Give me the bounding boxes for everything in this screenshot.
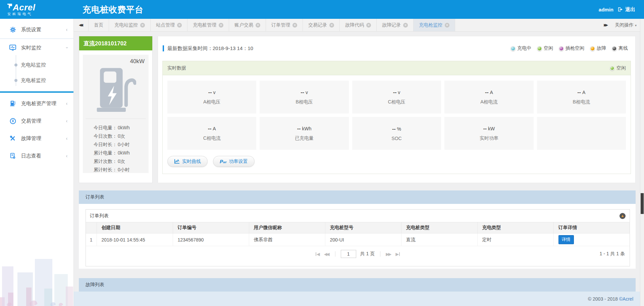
tab-close-icon[interactable]: ✕ xyxy=(445,23,449,28)
submenu-item-label: 充电站监控 xyxy=(21,62,46,68)
tab-label: 充电桩管理 xyxy=(193,22,216,28)
logout-button[interactable]: 退出 xyxy=(618,6,635,13)
main-area: ◀◀ 首页 充电站监控✕ 站点管理✕ 充电桩管理✕ 账户交易✕ 订单管理✕ 交易… xyxy=(74,19,644,306)
tab-close-icon[interactable]: ✕ xyxy=(140,23,145,28)
order-section-body: 订单列表 ▲ 创建日期 订单编号 用户微信昵称 充电桩型号 充电桩类型 充电 xyxy=(79,204,636,269)
tab-close-icon[interactable]: ✕ xyxy=(256,23,260,28)
collapse-panel-button[interactable]: ▲ xyxy=(620,213,626,219)
username: admin xyxy=(599,7,613,12)
chevron-left-icon: ‹ xyxy=(66,101,67,106)
prev-page-button[interactable]: ◀◀ xyxy=(324,252,330,257)
tab-order-management[interactable]: 订单管理✕ xyxy=(266,19,303,31)
power-setting-button[interactable]: Pwr 功率设置 xyxy=(213,156,255,167)
tab-close-icon[interactable]: ✕ xyxy=(403,23,408,28)
sidebar-item-transaction-mgmt[interactable]: ¥ 交易管理 ‹ xyxy=(0,112,73,130)
table-row: 1 2018-10-01 14:55:45 1234567890 佛系非酋 20… xyxy=(86,233,630,246)
tab-label: 订单管理 xyxy=(271,22,290,28)
tab-close-icon[interactable]: ✕ xyxy=(177,23,182,28)
sidebar-item-label: 故障管理 xyxy=(21,135,41,142)
tab-label: 故障记录 xyxy=(382,22,401,28)
monitor-icon xyxy=(9,45,17,51)
column-row-number xyxy=(86,222,97,233)
realtime-curve-button[interactable]: 实时曲线 xyxy=(167,156,208,167)
app-header: Acrel 安科瑞电气 充电桩收费平台 admin 退出 xyxy=(0,0,644,19)
sidebar-item-pile-monitor[interactable]: 充电桩监控 xyxy=(0,73,73,88)
divider xyxy=(335,251,335,257)
tab-transaction-records[interactable]: 交易记录✕ xyxy=(303,19,340,31)
tab-station-monitor[interactable]: 充电站监控✕ xyxy=(109,19,151,31)
tab-fault-records[interactable]: 故障记录✕ xyxy=(377,19,414,31)
sidebar-item-label: 日志查看 xyxy=(21,153,41,159)
chevron-left-icon: ‹ xyxy=(66,136,67,141)
cell-row-number: 1 xyxy=(86,233,97,246)
sidebar-item-realtime-monitor[interactable]: 实时监控 ‹ xyxy=(0,39,73,56)
tabs-scroll-right-button[interactable]: ▶▶ xyxy=(604,23,608,27)
tab-close-icon[interactable]: ✕ xyxy=(219,23,223,28)
sidebar-item-station-monitor[interactable]: 充电站监控 xyxy=(0,57,73,73)
total-pages-label: 共 1 页 xyxy=(360,251,375,257)
sidebar-item-log-view[interactable]: 日志查看 ‹ xyxy=(0,147,73,165)
caret-down-icon: ▾ xyxy=(635,24,637,27)
cell-pile-model: 200-UI xyxy=(325,233,401,246)
first-page-button[interactable]: ◀ xyxy=(315,252,320,257)
tab-label: 充电枪监控 xyxy=(419,22,442,28)
tab-close-icon[interactable]: ✕ xyxy=(329,23,334,28)
realtime-panel-title: 实时数据 xyxy=(167,65,186,71)
column-order-detail: 订单详情 xyxy=(553,222,630,233)
metric-phase-a-voltage: --vA相电压 xyxy=(167,81,256,114)
device-card-title: 直流2018101702 xyxy=(79,36,152,50)
fault-section-header: 故障列表 xyxy=(79,278,636,292)
cell-create-date: 2018-10-01 14:55:45 xyxy=(97,233,173,246)
tab-close-icon[interactable]: ✕ xyxy=(366,23,371,28)
tab-fault-codes[interactable]: 故障代码✕ xyxy=(340,19,377,31)
order-section-header: 订单列表 xyxy=(79,190,636,204)
sidebar-item-pile-assets[interactable]: 充电桩资产管理 ‹ xyxy=(0,95,73,112)
tab-account-transaction[interactable]: 账户交易✕ xyxy=(229,19,266,31)
next-page-button[interactable]: ▶▶ xyxy=(386,252,391,257)
legend-fault: 故障 xyxy=(590,45,606,51)
logout-icon xyxy=(618,7,623,12)
brand-logo: Acrel 安科瑞电气 xyxy=(0,3,74,16)
legend-offline: 离线 xyxy=(612,45,628,51)
sidebar-item-label: 交易管理 xyxy=(21,118,41,124)
tabs-scroll-left-button[interactable]: ◀◀ xyxy=(74,19,89,31)
charging-pile-illustration-icon xyxy=(95,65,136,116)
copyright-text: © 2003 - 2018 xyxy=(588,296,618,302)
fault-status-dot-icon xyxy=(590,46,595,51)
sidebar-item-fault-mgmt[interactable]: 故障管理 ‹ xyxy=(0,130,73,147)
tab-close-icon[interactable]: ✕ xyxy=(292,23,297,28)
sidebar-item-label: 充电桩资产管理 xyxy=(21,100,56,107)
last-page-button[interactable]: ▶ xyxy=(395,252,400,257)
tab-label: 账户交易 xyxy=(234,22,253,28)
acrel-flag-icon xyxy=(7,4,12,8)
content-area: 直流2018101702 40kW 今日电量：0kWh 今日 xyxy=(74,32,644,306)
close-operations-menu[interactable]: 关闭操作 ▾ xyxy=(615,22,637,28)
logo-subtext: 安科瑞电气 xyxy=(7,12,74,16)
log-icon xyxy=(9,153,17,159)
stat-today-duration: 今日时长：0小时 xyxy=(86,140,146,149)
sidebar-item-label: 系统设置 xyxy=(21,27,41,33)
tab-label: 站点管理 xyxy=(156,22,175,28)
order-detail-button[interactable]: 详情 xyxy=(558,235,574,244)
charging-pile-icon xyxy=(9,100,17,106)
vertical-scrollbar[interactable] xyxy=(640,19,644,306)
tab-pile-management[interactable]: 充电桩管理✕ xyxy=(187,19,229,31)
tools-icon xyxy=(9,135,17,141)
offline-status-dot-icon xyxy=(612,46,617,51)
sidebar-item-system-settings[interactable]: 系统设置 ‹ xyxy=(0,21,73,38)
device-card: 直流2018101702 40kW 今日电量：0kWh 今日 xyxy=(79,36,153,183)
order-table-header-row: 创建日期 订单编号 用户微信昵称 充电桩型号 充电桩类型 充电类型 订单详情 xyxy=(86,222,630,233)
section-title: 订单列表 xyxy=(86,194,104,200)
tab-home[interactable]: 首页 xyxy=(89,19,109,31)
scrollbar-thumb[interactable] xyxy=(641,193,644,214)
tabbar: ◀◀ 首页 充电站监控✕ 站点管理✕ 充电桩管理✕ 账户交易✕ 订单管理✕ 交易… xyxy=(74,19,644,32)
stat-total-duration: 累计时长：0小时 xyxy=(86,166,146,174)
metric-phase-b-voltage: --vB相电压 xyxy=(260,81,348,114)
monitor-panel: 最新数据采集时间：2018-9-13 14：10 充电中 空闲 插枪空闲 故障 … xyxy=(158,36,636,183)
sidebar-item-label: 实时监控 xyxy=(21,45,41,51)
tab-gun-monitor[interactable]: 充电枪监控✕ xyxy=(414,19,455,31)
metric-card-empty xyxy=(537,117,626,150)
page-number-input[interactable] xyxy=(341,250,356,258)
idle-status-dot-icon xyxy=(537,46,542,51)
tab-site-management[interactable]: 站点管理✕ xyxy=(151,19,187,31)
